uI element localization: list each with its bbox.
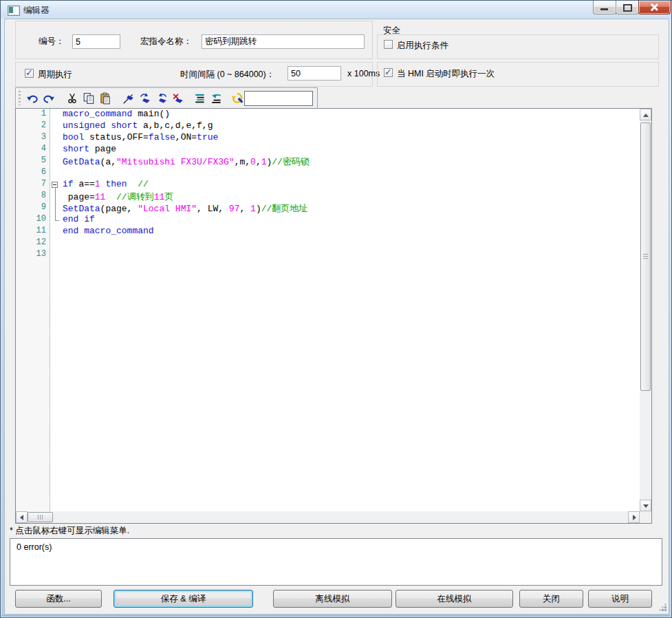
code-line[interactable]: 9SetData(page, "Local HMI", LW, 97, 1)//… [16,202,640,214]
line-number: 1 [16,109,50,120]
periodic-checkbox[interactable] [25,69,34,78]
code-text: end if [62,214,95,226]
line-number: 3 [16,132,50,144]
paste-icon[interactable] [98,92,112,105]
fold-margin [50,214,62,226]
fold-margin [50,144,62,156]
functions-button[interactable]: 函数... [15,590,102,608]
code-text: SetData(page, "Local HMI", LW, 97, 1)//翻… [62,202,307,214]
code-text [62,249,63,261]
toolbar-grip[interactable] [19,91,21,105]
maximize-button[interactable] [616,1,639,14]
code-text: GetData(a,"Mitsubishi FX3U/FX3G",m,0,1)/… [62,156,310,167]
horizontal-scrollbar-thumb[interactable] [28,512,53,522]
line-number: 12 [16,237,50,249]
bookmark-clear-icon[interactable] [171,92,185,105]
code-line[interactable]: 11end macro_command [16,226,640,237]
code-editor[interactable]: 1macro_command main()2unsigned short a,b… [15,108,652,524]
code-line[interactable]: 8 page=11 //调转到11页 [16,191,640,202]
code-lines[interactable]: 1macro_command main()2unsigned short a,b… [16,109,640,261]
code-line[interactable]: 5GetData(a,"Mitsubishi FX3U/FX3G",m,0,1)… [16,156,640,167]
code-text: end macro_command [62,226,154,237]
outdent-icon[interactable] [210,92,224,105]
bookmark-toggle-icon[interactable] [122,92,136,105]
macro-name-label: 宏指令名称： [140,36,192,47]
scroll-left-button[interactable] [16,511,28,523]
scroll-up-button[interactable] [640,109,651,120]
run-once-on-start-label: 当 HMI 启动时即执行一次 [397,68,495,80]
interval-label: 时间间隔 (0 ~ 864000)： [180,69,274,81]
line-number: 9 [16,202,50,214]
macro-name-input[interactable] [202,34,365,49]
number-input[interactable] [72,34,120,49]
interval-input[interactable] [288,66,341,81]
online-simulation-button[interactable]: 在线模拟 [395,590,513,608]
line-number: 4 [16,144,50,156]
code-line[interactable]: 6 [16,167,640,179]
enable-exec-condition-label: 启用执行条件 [397,40,448,52]
fold-margin [50,167,62,179]
close-dialog-button[interactable]: 关闭 [519,590,583,608]
code-line[interactable]: 7if a==1 then // [16,179,640,191]
periodic-label: 周期执行 [38,69,72,81]
code-text: short page [62,144,116,156]
run-once-on-start-checkbox[interactable] [384,68,393,77]
line-number: 10 [16,214,50,226]
code-text: bool status,OFF=false,ON=true [62,132,218,144]
fold-margin [50,120,62,132]
titlebar[interactable]: 编辑器 [1,1,671,19]
bookmark-prev-icon[interactable] [155,92,169,105]
code-text: macro_command main() [62,109,170,120]
code-text: if a==1 then // [62,179,149,191]
find-replace-icon[interactable] [230,92,244,105]
cut-icon[interactable] [65,92,79,105]
fold-margin [50,156,62,167]
fold-margin [50,132,62,144]
compile-message-box[interactable]: 0 error(s) [10,538,662,586]
code-line[interactable]: 10end if [16,214,640,226]
help-button[interactable]: 说明 [588,590,652,608]
scroll-down-button[interactable] [640,500,651,511]
line-number: 6 [16,167,50,179]
vertical-scrollbar-thumb[interactable] [640,122,651,391]
code-line[interactable]: 13 [16,249,640,261]
fold-margin [50,109,62,120]
code-line[interactable]: 2unsigned short a,b,c,d,e,f,g [16,120,640,132]
fold-margin [50,226,62,237]
close-button[interactable] [638,1,671,14]
search-input[interactable] [244,91,313,106]
minimize-button[interactable] [593,1,616,14]
line-number: 13 [16,249,50,261]
fold-margin [50,249,62,261]
enable-exec-condition-checkbox[interactable] [384,40,393,49]
line-number: 8 [16,191,50,202]
toolbar [15,87,318,110]
window-icon [8,6,20,16]
scroll-right-button[interactable] [628,511,640,523]
redo-icon[interactable] [42,92,56,105]
code-text: page=11 //调转到11页 [62,191,173,202]
code-line[interactable]: 12 [16,237,640,249]
copy-icon[interactable] [82,92,96,105]
editor-window: 编辑器 编号： 宏指令名称： 安全 启用执行条件 周期执行 时间间隔 (0 ~ … [0,0,672,618]
vertical-scrollbar[interactable] [640,109,651,511]
undo-icon[interactable] [25,92,39,105]
compile-message: 0 error(s) [17,542,52,552]
offline-simulation-button[interactable]: 离线模拟 [273,590,392,608]
window-title: 编辑器 [23,5,50,17]
horizontal-scrollbar[interactable] [16,511,640,523]
code-line[interactable]: 4short page [16,144,640,156]
indent-icon[interactable] [193,92,207,105]
line-number: 2 [16,120,50,132]
code-text [62,167,63,179]
fold-margin [50,237,62,249]
scrollbar-corner [640,511,651,523]
code-line[interactable]: 3bool status,OFF=false,ON=true [16,132,640,144]
fold-margin [50,191,62,202]
bookmark-next-icon[interactable] [138,92,152,105]
save-compile-button[interactable]: 保存 & 编译 [113,590,253,608]
code-line[interactable]: 1macro_command main() [16,109,640,120]
resize-grip[interactable] [658,602,666,611]
fold-toggle[interactable] [50,179,62,191]
line-number: 5 [16,156,50,167]
